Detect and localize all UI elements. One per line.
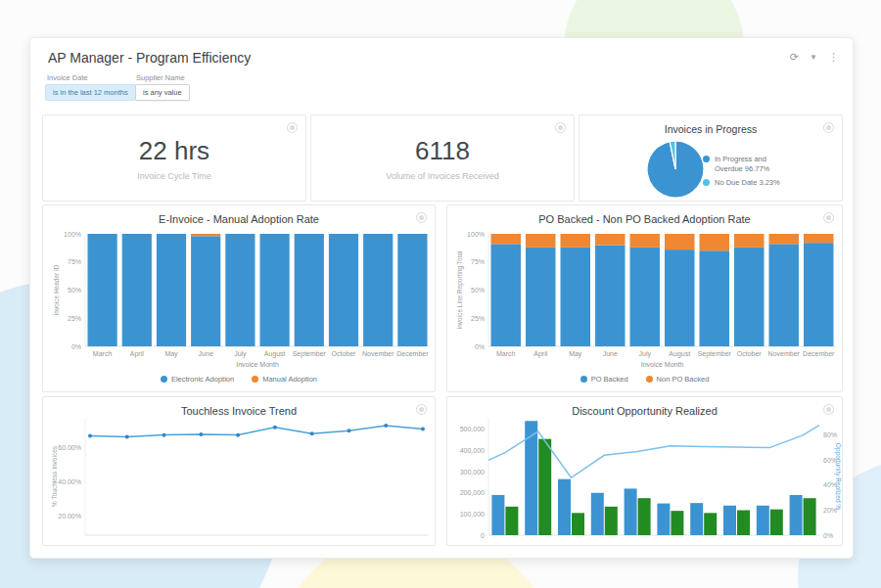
svg-text:% Touchless Invoices: % Touchless Invoices [51, 445, 58, 507]
filter-chip-supplier-name[interactable]: is any value [135, 84, 190, 101]
pie-legend-item[interactable]: In Progress and Overdue 96.77% [703, 155, 811, 174]
svg-text:80%: 80% [823, 431, 837, 438]
svg-text:July: July [639, 350, 652, 358]
svg-text:March: March [496, 350, 516, 357]
svg-text:March: March [93, 350, 113, 357]
svg-text:October: October [332, 350, 357, 357]
legend-label: Non PO Backed [657, 375, 710, 384]
svg-text:20%: 20% [823, 507, 837, 514]
legend-label: PO Backed [591, 375, 628, 384]
refresh-icon[interactable]: ⟳ [790, 52, 799, 63]
legend-dot-icon [580, 376, 587, 383]
legend-item[interactable]: PO Backed [580, 375, 628, 384]
svg-text:Invoice Line Reporting Total: Invoice Line Reporting Total [456, 250, 464, 330]
discount-chart-canvas[interactable]: 500,000400,000300,000200,000100,000080%6… [447, 397, 842, 545]
tile-settings-icon[interactable] [287, 122, 298, 133]
svg-text:December: December [396, 350, 429, 357]
legend-dot-icon [703, 179, 710, 186]
svg-text:100%: 100% [64, 231, 81, 238]
svg-text:300,000: 300,000 [460, 469, 485, 475]
more-menu-icon[interactable]: ⋮ [828, 52, 839, 63]
kpi-content: 22 hrs Invoice Cycle Time [43, 115, 305, 201]
einvoice-chart-canvas[interactable]: 100%75%50%25%0%Invoice Header IDMarchApr… [43, 205, 435, 391]
svg-text:0%: 0% [71, 343, 81, 350]
legend-label: No Due Date 3.23% [715, 178, 795, 188]
tile-invoices-in-progress: Invoices in Progress In Progress and Ove… [579, 114, 843, 202]
tile-settings-icon[interactable] [555, 122, 566, 133]
svg-text:40%: 40% [823, 481, 837, 488]
chart-tile-discount-opportunity: Discount Opportunity Realized 500,000400… [446, 396, 843, 546]
svg-text:75%: 75% [471, 258, 485, 265]
touchless-chart-canvas[interactable]: 60.00%40.00%20.00%% Touchless Invoices [43, 397, 435, 545]
chart-tile-einvoice-adoption: E-Invoice - Manual Adoption Rate 100%75%… [42, 204, 436, 392]
svg-text:50%: 50% [68, 287, 81, 294]
legend-item[interactable]: Electronic Adoption [161, 375, 234, 384]
legend-dot-icon [646, 376, 653, 383]
legend-item[interactable]: Manual Adoption [252, 375, 317, 384]
filter-label-invoice-date: Invoice Date [47, 73, 88, 82]
kpi-value: 22 hrs [139, 136, 209, 166]
svg-text:April: April [130, 350, 144, 358]
kpi-content: 6118 Volume of Invoices Received [311, 115, 574, 201]
svg-text:0%: 0% [475, 343, 485, 350]
legend-dot-icon [252, 376, 258, 383]
svg-text:500,000: 500,000 [460, 426, 485, 432]
svg-text:75%: 75% [68, 258, 81, 265]
kpi-label: Invoice Cycle Time [137, 171, 211, 181]
svg-text:0: 0 [481, 532, 485, 539]
kpi-tile-invoice-volume: 6118 Volume of Invoices Received [310, 114, 575, 202]
legend-label: Manual Adoption [262, 375, 317, 384]
svg-text:20.00%: 20.00% [58, 513, 81, 520]
kpi-value: 6118 [415, 136, 470, 166]
dashboard-window: AP Manager - Program Efficiency ⟳ ▼ ⋮ In… [29, 37, 854, 559]
svg-text:Invoice Month: Invoice Month [641, 361, 684, 368]
svg-text:50%: 50% [471, 287, 485, 294]
filter-chip-invoice-date[interactable]: is in the last 12 months [45, 84, 136, 101]
legend-item[interactable]: Non PO Backed [646, 375, 710, 384]
svg-text:100%: 100% [467, 231, 485, 238]
svg-text:August: August [669, 350, 690, 358]
page-title: AP Manager - Program Efficiency [48, 50, 251, 66]
kpi-label: Volume of Invoices Received [386, 171, 499, 181]
pie-chart-canvas[interactable] [638, 132, 713, 206]
svg-text:200,000: 200,000 [460, 489, 485, 496]
legend-dot-icon [161, 376, 167, 383]
svg-text:December: December [803, 350, 835, 357]
po-backed-chart-canvas[interactable]: 100%75%50%25%0%Invoice Line Reporting To… [447, 205, 842, 391]
chart-tile-po-backed-adoption: PO Backed - Non PO Backed Adoption Rate … [446, 204, 843, 392]
chart-legend: PO BackedNon PO Backed [447, 375, 842, 384]
svg-text:October: October [737, 350, 763, 357]
svg-text:Opportunity Realized %: Opportunity Realized % [834, 443, 842, 511]
dashboard-actions: ⟳ ▼ ⋮ [790, 52, 839, 63]
desktop-background: AP Manager - Program Efficiency ⟳ ▼ ⋮ In… [0, 0, 881, 588]
chart-tile-touchless-trend: Touchless Invoice Trend 60.00%40.00%20.0… [42, 396, 436, 546]
legend-dot-icon [703, 156, 710, 162]
svg-text:July: July [234, 350, 247, 358]
svg-text:Invoice Header ID: Invoice Header ID [53, 264, 60, 315]
svg-text:September: September [293, 350, 327, 358]
filter-label-supplier-name: Supplier Name [136, 73, 185, 82]
svg-text:May: May [569, 350, 582, 358]
svg-text:November: November [768, 350, 801, 357]
svg-text:June: June [603, 350, 618, 357]
filter-toggle-icon[interactable]: ▼ [810, 52, 817, 63]
pie-legend: In Progress and Overdue 96.77%No Due Dat… [703, 155, 811, 191]
pie-legend-item[interactable]: No Due Date 3.23% [703, 178, 811, 188]
legend-label: Electronic Adoption [171, 375, 234, 384]
svg-text:25%: 25% [68, 315, 81, 322]
svg-text:June: June [199, 350, 213, 357]
svg-text:60%: 60% [823, 457, 837, 464]
chart-legend: Electronic AdoptionManual Adoption [43, 375, 435, 384]
svg-text:100,000: 100,000 [460, 511, 485, 518]
svg-text:Invoice Month: Invoice Month [236, 361, 279, 368]
kpi-tile-invoice-cycle-time: 22 hrs Invoice Cycle Time [42, 114, 306, 202]
svg-text:November: November [362, 350, 394, 357]
svg-text:0%: 0% [823, 532, 833, 539]
svg-text:May: May [164, 350, 178, 358]
svg-text:400,000: 400,000 [460, 447, 485, 454]
svg-text:40.00%: 40.00% [58, 478, 81, 485]
svg-text:60.00%: 60.00% [58, 444, 81, 451]
svg-text:April: April [533, 350, 547, 358]
svg-text:September: September [698, 350, 732, 358]
legend-label: In Progress and Overdue 96.77% [715, 155, 795, 174]
